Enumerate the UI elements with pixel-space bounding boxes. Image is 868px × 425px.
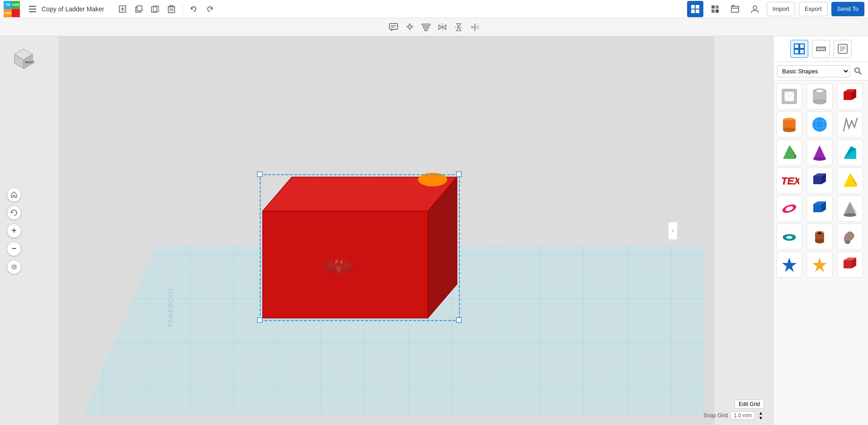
shapes-dropdown[interactable]: Basic Shapes [777,65,850,77]
svg-rect-19 [696,10,699,13]
snap-value: 1.0 mm [730,411,755,420]
shape-box3[interactable] [806,196,833,222]
svg-marker-46 [456,28,461,31]
shape-unknown[interactable] [837,224,863,250]
shape-cone[interactable] [806,139,833,166]
shape-box2[interactable] [806,167,833,194]
shape-cone2[interactable] [837,196,863,222]
shape-star-blue[interactable] [776,252,802,278]
shape-box[interactable] [837,83,863,110]
svg-rect-76 [794,49,799,54]
snap-down-button[interactable]: ▼ [758,415,764,420]
zoom-out-btn[interactable]: − [7,242,21,256]
zoom-in-btn[interactable]: + [7,224,21,238]
flip-v-button[interactable] [451,20,466,34]
panel-tabs [773,36,868,62]
shape-pyramid[interactable] [776,139,802,166]
svg-point-136 [845,240,850,244]
edit-grid-button[interactable]: Edit Grid [735,400,764,409]
svg-rect-16 [691,5,695,9]
svg-point-104 [783,128,796,132]
svg-marker-138 [812,258,827,272]
files-button[interactable] [727,1,743,17]
svg-rect-7 [137,6,142,11]
location-button[interactable] [403,20,417,34]
right-toolbar: Import Export Send To [687,1,864,17]
menu-button[interactable] [25,2,40,16]
ruler-panel-tab[interactable] [812,40,830,58]
shape-box-hole[interactable] [776,83,802,110]
secondary-toolbar [0,18,868,36]
flip-h-button[interactable] [435,20,450,34]
svg-rect-2 [29,11,36,12]
redo-button[interactable] [203,2,217,16]
shape-cylinder[interactable] [776,111,802,138]
svg-marker-48 [471,25,474,29]
shape-star-yellow[interactable] [806,252,833,278]
svg-marker-43 [443,25,446,29]
rotate-btn[interactable] [7,205,21,220]
new-button[interactable] [115,2,130,16]
shape-pyramid2[interactable] [837,167,863,194]
svg-rect-39 [423,27,429,28]
svg-marker-110 [813,145,826,159]
shape-torus-pink[interactable] [776,196,802,222]
svg-marker-42 [439,25,442,29]
snap-up-button[interactable]: ▲ [758,411,764,415]
right-panel: Basic Shapes [773,36,868,425]
export-button[interactable]: Export [799,2,828,16]
shape-sphere[interactable] [806,111,833,138]
app-logo[interactable]: TIN KER CAD [4,1,20,17]
viewport[interactable]: TINKERCAD 🦇 [0,36,773,425]
comment-button[interactable] [386,20,401,34]
home-btn[interactable] [7,187,21,202]
left-controls: + − [7,187,21,274]
svg-point-73 [13,266,15,268]
search-button[interactable] [852,65,864,77]
align-button[interactable] [419,20,433,34]
svg-rect-1 [29,9,36,10]
svg-marker-72 [11,192,17,197]
shape-torus2[interactable] [776,224,802,250]
svg-point-105 [812,117,827,132]
svg-rect-12 [170,5,173,7]
svg-line-90 [859,72,861,74]
search-bar: Basic Shapes [773,62,868,81]
minecraft-button[interactable] [707,1,723,17]
shape-scribble[interactable] [837,111,863,138]
shape-pipe[interactable] [806,224,833,250]
svg-rect-65 [456,172,461,177]
shape-cylinder-hole[interactable] [806,83,833,110]
mirror-button[interactable] [468,20,482,34]
svg-point-98 [816,90,823,92]
svg-rect-23 [716,10,719,13]
user-button[interactable] [747,1,763,17]
svg-text:TINKERCAD: TINKERCAD [166,288,174,328]
duplicate-button[interactable] [148,2,162,16]
shapes-grid: TEXT TEXT [773,81,868,425]
view-cube[interactable]: RIGHT [9,45,36,72]
svg-marker-99 [844,92,852,100]
settings-btn[interactable] [7,260,21,274]
separator1 [182,4,183,14]
undo-button[interactable] [186,2,201,16]
import-button[interactable]: Import [767,2,795,16]
scene-svg: TINKERCAD 🦇 [0,36,773,425]
svg-text:RIGHT: RIGHT [25,61,35,64]
shape-wedge[interactable] [837,139,863,166]
svg-rect-77 [800,49,804,54]
svg-point-33 [409,26,410,27]
send-to-button[interactable]: Send To [831,2,864,16]
notes-panel-tab[interactable] [834,40,852,58]
grid-panel-tab[interactable] [790,40,808,58]
shape-text[interactable]: TEXT TEXT [776,167,802,194]
shape-box-red2[interactable] [837,252,863,278]
svg-text:TEXT: TEXT [782,176,799,187]
svg-rect-29 [389,24,398,29]
svg-marker-49 [475,25,479,29]
copy-button[interactable] [132,2,146,16]
svg-rect-22 [711,10,715,13]
panel-toggle[interactable]: › [668,222,677,240]
delete-button[interactable] [164,2,179,16]
grid-view-button[interactable] [687,1,703,17]
